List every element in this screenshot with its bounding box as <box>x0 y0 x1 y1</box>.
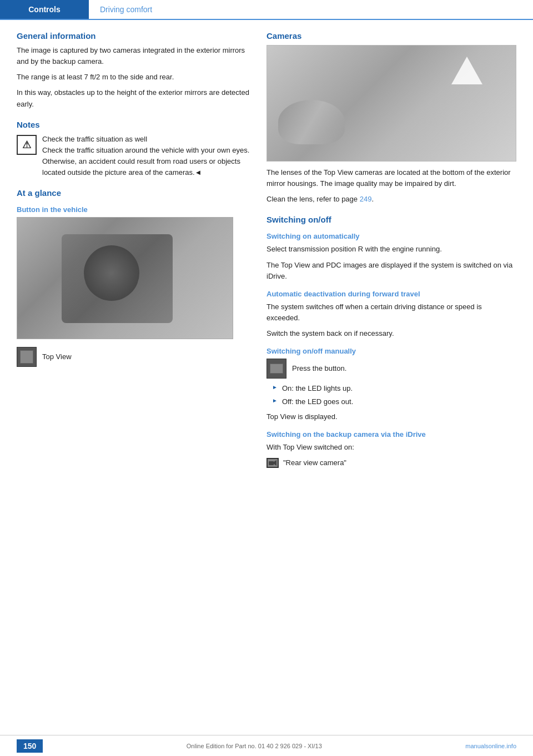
driving-comfort-tab[interactable]: Driving comfort <box>89 0 163 19</box>
footer-logo: manualsonline.info <box>465 743 516 749</box>
mirror-shape <box>278 100 345 144</box>
right-column: Cameras The lenses of the Top View camer… <box>266 31 516 468</box>
auto-deactivation-p1: The system switches off when a certain d… <box>266 301 516 324</box>
topview-icon-inner <box>20 350 33 364</box>
page-header: Controls Driving comfort <box>0 0 533 20</box>
cameras-p1: The lenses of the Top View cameras are l… <box>266 167 516 189</box>
notes-line1: Check the traffic situation as well <box>42 135 147 143</box>
press-button-row: Press the button. <box>266 359 516 379</box>
camera-image <box>266 45 516 162</box>
svg-rect-0 <box>269 461 274 465</box>
controls-buttons-shape <box>84 245 139 301</box>
bullet-on-text: On: the LED lights up. <box>282 383 353 394</box>
notes-line2: Check the traffic situation around the v… <box>42 146 249 177</box>
controls-label: Controls <box>28 5 61 14</box>
left-column: General information The image is capture… <box>17 31 250 468</box>
rearcam-svg <box>269 460 276 466</box>
main-content: General information The image is capture… <box>0 20 533 480</box>
bullet-arrow-on: ► <box>272 384 278 390</box>
button-vehicle-image <box>17 217 233 339</box>
cameras-p2-prefix: Clean the lens, refer to page <box>266 195 360 203</box>
switching-auto-subtitle: Switching on automatically <box>266 232 516 240</box>
backup-icon-label: "Rear view camera" <box>283 457 346 468</box>
backup-p1: With Top View switched on: <box>266 442 516 453</box>
switching-auto-p1: Select transmission position R with the … <box>266 244 516 255</box>
general-info-p3: In this way, obstacles up to the height … <box>17 87 250 109</box>
topview-icon-row: Top View <box>17 347 250 367</box>
auto-deactivation-subtitle: Automatic deactivation during forward tr… <box>266 290 516 298</box>
backup-subtitle: Switching on the backup camera via the i… <box>266 430 516 439</box>
camera-arrow-icon <box>451 57 482 84</box>
switching-auto-p2: The Top View and PDC images are displaye… <box>266 260 516 282</box>
press-button-label: Press the button. <box>292 363 346 374</box>
bullet-arrow-off: ► <box>272 397 278 404</box>
notes-title: Notes <box>17 120 250 129</box>
press-button-icon <box>266 359 286 379</box>
cameras-p2-suffix: . <box>371 195 374 203</box>
topview-icon <box>17 347 37 367</box>
cameras-p2: Clean the lens, refer to page 249. <box>266 194 516 205</box>
top-view-label: Top View <box>42 351 72 362</box>
press-button-icon-inner <box>270 364 283 374</box>
notes-block: ⚠ Check the traffic situation as well Ch… <box>17 134 250 179</box>
button-in-vehicle-subtitle: Button in the vehicle <box>17 205 250 214</box>
general-info-p1: The image is captured by two cameras int… <box>17 45 250 67</box>
general-info-title: General information <box>17 31 250 41</box>
rearcam-icon <box>266 458 279 468</box>
page-footer: 150 Online Edition for Part no. 01 40 2 … <box>0 735 533 756</box>
top-view-displayed-text: Top View is displayed. <box>266 411 516 422</box>
cameras-title: Cameras <box>266 31 516 41</box>
cameras-p2-link[interactable]: 249 <box>360 195 372 203</box>
svg-marker-1 <box>274 460 276 466</box>
at-a-glance-title: At a glance <box>17 188 250 198</box>
switching-title: Switching on/off <box>266 215 516 224</box>
bullet-item-on: ► On: the LED lights up. <box>272 383 516 394</box>
page-number: 150 <box>17 739 43 753</box>
footer-edition: Online Edition for Part no. 01 40 2 926 … <box>187 743 322 749</box>
bullet-off-text: Off: the LED goes out. <box>282 396 353 407</box>
controls-tab[interactable]: Controls <box>0 0 89 19</box>
warning-icon: ⚠ <box>17 135 37 155</box>
bullet-item-off: ► Off: the LED goes out. <box>272 396 516 407</box>
switching-manual-subtitle: Switching on/off manually <box>266 347 516 355</box>
rearcam-icon-row: "Rear view camera" <box>266 457 516 468</box>
general-info-p2: The range is at least 7 ft/2 m to the si… <box>17 72 250 83</box>
notes-text: Check the traffic situation as well Chec… <box>42 134 250 179</box>
camera-image-inner <box>267 46 516 161</box>
auto-deactivation-p2: Switch the system back on if necessary. <box>266 328 516 339</box>
driving-comfort-label: Driving comfort <box>100 5 152 14</box>
